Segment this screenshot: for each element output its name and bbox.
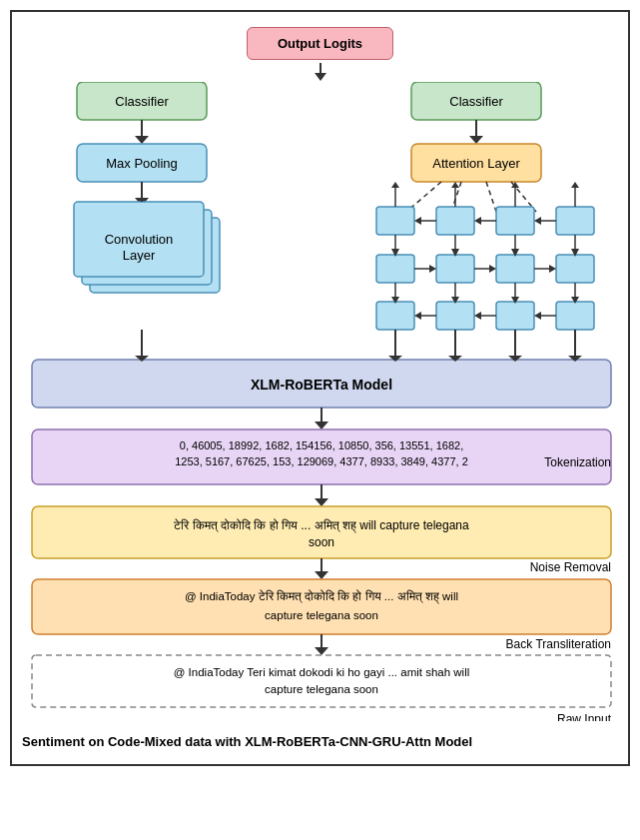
svg-marker-93: [315, 571, 328, 579]
noise-removal-label: Noise Removal: [530, 560, 611, 574]
svg-rect-18: [376, 207, 414, 235]
back-trans-label: Back Transliteration: [506, 637, 611, 651]
svg-marker-31: [414, 217, 421, 225]
svg-marker-47: [534, 312, 541, 320]
svg-text:soon: soon: [309, 535, 334, 549]
svg-rect-27: [436, 302, 474, 330]
v-line: [320, 63, 321, 73]
svg-marker-5: [469, 136, 483, 144]
output-logits-box: Output Logits: [247, 27, 393, 60]
output-logits-row: Output Logits: [247, 27, 393, 60]
svg-rect-26: [376, 302, 414, 330]
svg-marker-85: [315, 421, 328, 429]
max-pooling-label: Max Pooling: [106, 156, 178, 171]
svg-marker-37: [429, 265, 436, 273]
svg-text:Layer: Layer: [123, 248, 156, 263]
svg-marker-41: [549, 265, 556, 273]
noise-text-label: टेरि किमत् दोकोदि कि हो गिय ... अमित् शह…: [173, 518, 469, 533]
svg-text:1253, 5167, 67625, 153, 129069: 1253, 5167, 67625, 153, 129069, 4377, 89…: [175, 455, 468, 467]
classifier-left-label: Classifier: [115, 94, 169, 109]
raw-input-label: Raw Input: [557, 712, 612, 721]
svg-marker-66: [391, 182, 399, 188]
svg-rect-29: [556, 302, 594, 330]
svg-marker-68: [451, 182, 459, 188]
svg-rect-98: [32, 655, 611, 707]
svg-rect-94: [32, 579, 611, 634]
svg-marker-72: [571, 182, 579, 188]
svg-rect-22: [376, 255, 414, 283]
svg-marker-35: [534, 217, 541, 225]
tokenization-label: Tokenization: [544, 455, 611, 469]
svg-marker-39: [489, 265, 496, 273]
svg-rect-90: [32, 506, 611, 558]
svg-text:capture telegana soon: capture telegana soon: [265, 609, 378, 621]
raw-input-text-label: @ IndiaToday Teri kimat dokodi ki ho gay…: [174, 666, 470, 678]
svg-marker-89: [315, 498, 328, 506]
token-ids-label: 0, 46005, 18992, 1682, 154156, 10850, 35…: [180, 439, 463, 451]
xlm-model-label: XLM-RoBERTa Model: [251, 377, 392, 393]
svg-rect-23: [436, 255, 474, 283]
svg-marker-43: [414, 312, 421, 320]
diagram-caption: Sentiment on Code-Mixed data with XLM-Ro…: [22, 729, 618, 754]
back-trans-text-label: @ IndiaToday टेरि किमत् दोकोदि कि हो गिय…: [185, 589, 458, 604]
arrow-output-to-classifiers: [315, 62, 326, 82]
svg-line-12: [486, 182, 496, 212]
svg-marker-45: [474, 312, 481, 320]
svg-marker-33: [474, 217, 481, 225]
svg-marker-3: [135, 136, 149, 144]
svg-rect-19: [436, 207, 474, 235]
classifier-right-label: Classifier: [449, 94, 503, 109]
diagram-container: Output Logits Classifier Classifier Max …: [10, 10, 630, 766]
svg-rect-28: [496, 302, 534, 330]
svg-rect-24: [496, 255, 534, 283]
convolution-layer-label: Convolution: [105, 232, 174, 247]
svg-text:capture telegana soon: capture telegana soon: [265, 683, 378, 695]
svg-rect-21: [556, 207, 594, 235]
attention-layer-label: Attention Layer: [432, 156, 520, 171]
arrowhead: [315, 73, 326, 81]
svg-marker-97: [315, 647, 328, 655]
top-section: Output Logits: [22, 27, 618, 82]
svg-rect-20: [496, 207, 534, 235]
main-diagram-svg: Classifier Classifier Max Pooling Attent…: [22, 82, 622, 721]
svg-rect-25: [556, 255, 594, 283]
